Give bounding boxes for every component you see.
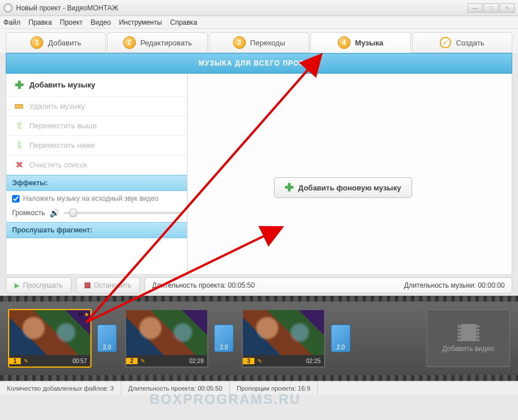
play-icon: ▶ <box>14 281 20 289</box>
titlebar: Новый проект - ВидеоМОНТАЖ — □ × <box>0 0 518 16</box>
window-title: Новый проект - ВидеоМОНТАЖ <box>16 4 119 12</box>
play-button[interactable]: ▶ Прослушать <box>6 277 71 293</box>
tab-music[interactable]: 4 Музыка <box>310 32 410 53</box>
tab-label: Музыка <box>355 39 383 47</box>
clip-2[interactable]: 2 ✎ 02:28 <box>125 309 208 368</box>
add-bg-music-button[interactable]: ✚ Добавить фоновую музыку <box>274 177 412 198</box>
scissors-icon: ✂ <box>78 311 83 318</box>
app-icon <box>3 3 13 13</box>
step-badge-1: 1 <box>31 36 43 49</box>
menu-video[interactable]: Видео <box>91 18 111 26</box>
clip-time: 00:57 <box>73 358 90 364</box>
transition-2[interactable]: 2.0 <box>214 324 234 352</box>
pencil-icon[interactable]: ✎ <box>21 358 31 364</box>
plus-icon: ✚ <box>13 79 25 91</box>
stop-icon <box>85 282 90 288</box>
clip-num: 1 <box>9 358 21 364</box>
stop-label: Остановить <box>94 281 132 289</box>
move-up-label: Переместить выше <box>29 121 97 130</box>
stop-button[interactable]: Остановить <box>76 277 140 293</box>
clear-list-button[interactable]: ✖ Очистить список <box>6 155 187 175</box>
tab-add[interactable]: 1 Добавить <box>6 32 106 53</box>
clip-thumb <box>243 310 324 355</box>
check-badge: ✓ <box>440 37 451 48</box>
step-badge-2: 2 <box>123 36 136 49</box>
preview-header: Прослушать фрагмент: <box>6 222 187 238</box>
menu-file[interactable]: Файл <box>3 18 21 26</box>
add-video-label: Добавить видео <box>443 345 494 353</box>
move-down-label: Переместить ниже <box>29 141 95 150</box>
delete-music-label: Удалить музыку <box>29 102 85 110</box>
pencil-icon[interactable]: ✎ <box>138 358 148 364</box>
add-video-button[interactable]: Добавить видео <box>426 310 510 367</box>
overlay-checkbox-row[interactable]: Наложить музыку на исходный звук видео <box>6 191 187 206</box>
menu-help[interactable]: Справка <box>170 18 197 26</box>
tab-edit[interactable]: 2 Редактировать <box>107 32 207 53</box>
x-icon: ✖ <box>13 159 25 171</box>
effects-header: Эффекты: <box>6 175 187 191</box>
sidebar: ✚ Добавить музыку Удалить музыку ⇧ Перем… <box>6 74 188 274</box>
volume-row: Громкость 🔊 <box>6 206 187 222</box>
transition-3[interactable]: 2.0 <box>331 324 351 352</box>
transition-dur: 2.0 <box>220 344 228 350</box>
section-header: МУЗЫКА ДЛЯ ВСЕГО ПРОЕКТА <box>6 53 512 74</box>
film-icon <box>458 324 479 341</box>
arrow-up-icon: ⇧ <box>13 120 25 132</box>
clip-time: 02:25 <box>306 358 324 364</box>
tab-transitions[interactable]: 3 Переходы <box>209 32 309 53</box>
tab-label: Добавить <box>48 39 81 47</box>
status-ratio: Пропорции проекта: 16:9 <box>230 381 318 395</box>
clip-time: 02:28 <box>189 358 207 364</box>
minus-icon <box>13 101 25 112</box>
tab-label: Редактировать <box>140 39 192 47</box>
tab-label: Переходы <box>250 39 285 47</box>
volume-slider[interactable] <box>64 212 181 214</box>
move-up-button[interactable]: ⇧ Переместить выше <box>6 116 187 136</box>
music-duration: Длительность музыки: 00:00:00 <box>404 281 505 289</box>
window-controls: — □ × <box>467 3 515 13</box>
transition-1[interactable]: 2.0 <box>97 324 117 352</box>
clip-1[interactable]: ✂★ 1 ✎ 00:57 <box>8 309 92 368</box>
tab-create[interactable]: ✓ Создать <box>412 32 512 53</box>
play-label: Прослушать <box>23 281 63 289</box>
minimize-button[interactable]: — <box>467 3 482 13</box>
volume-label: Громкость <box>12 209 45 217</box>
overlay-checkbox[interactable] <box>12 195 20 203</box>
speaker-icon: 🔊 <box>49 208 59 217</box>
delete-music-button[interactable]: Удалить музыку <box>6 97 187 116</box>
clip-num: 2 <box>126 358 138 364</box>
section-header-label: МУЗЫКА ДЛЯ ВСЕГО ПРОЕКТА <box>199 59 319 67</box>
maximize-button[interactable]: □ <box>483 3 498 13</box>
clip-num: 3 <box>243 358 254 364</box>
star-icon: ★ <box>84 311 89 318</box>
add-music-label: Добавить музыку <box>29 81 95 89</box>
controls-row: ▶ Прослушать Остановить Длительность про… <box>6 277 512 293</box>
duration-bar: Длительность проекта: 00:05:50 Длительно… <box>144 277 512 293</box>
add-bg-music-label: Добавить фоновую музыку <box>298 184 401 192</box>
plus-icon: ✚ <box>285 181 294 194</box>
menu-project[interactable]: Проект <box>60 18 83 26</box>
menubar: Файл Правка Проект Видео Инструменты Спр… <box>0 16 518 29</box>
wizard-tabs: 1 Добавить 2 Редактировать 3 Переходы 4 … <box>0 29 518 53</box>
clear-list-label: Очистить список <box>29 161 87 169</box>
status-files: Количество добавленных файлов: 3 <box>0 381 121 395</box>
close-button[interactable]: × <box>500 3 515 13</box>
add-music-button[interactable]: ✚ Добавить музыку <box>6 74 187 97</box>
arrow-down-icon: ⇩ <box>13 140 25 151</box>
transition-dur: 2.0 <box>337 344 345 350</box>
overlay-label: Наложить музыку на исходный звук видео <box>23 194 159 203</box>
statusbar: Количество добавленных файлов: 3 Длитель… <box>0 381 518 395</box>
timeline[interactable]: ✂★ 1 ✎ 00:57 2.0 2 ✎ 02:28 2.0 3 ✎ <box>0 296 518 381</box>
menu-tools[interactable]: Инструменты <box>119 18 162 26</box>
pencil-icon[interactable]: ✎ <box>254 358 265 364</box>
transition-dur: 2.0 <box>103 344 111 350</box>
main-area: ✚ Добавить музыку Удалить музыку ⇧ Перем… <box>6 74 512 274</box>
step-badge-3: 3 <box>233 36 246 49</box>
step-badge-4: 4 <box>338 36 351 49</box>
clip-3[interactable]: 3 ✎ 02:25 <box>242 309 325 368</box>
move-down-button[interactable]: ⇩ Переместить ниже <box>6 136 187 155</box>
clip-thumb: ✂★ <box>9 310 90 355</box>
content-area: ✚ Добавить фоновую музыку <box>188 74 512 274</box>
menu-edit[interactable]: Правка <box>29 18 52 26</box>
proj-duration: Длительность проекта: 00:05:50 <box>152 281 254 289</box>
